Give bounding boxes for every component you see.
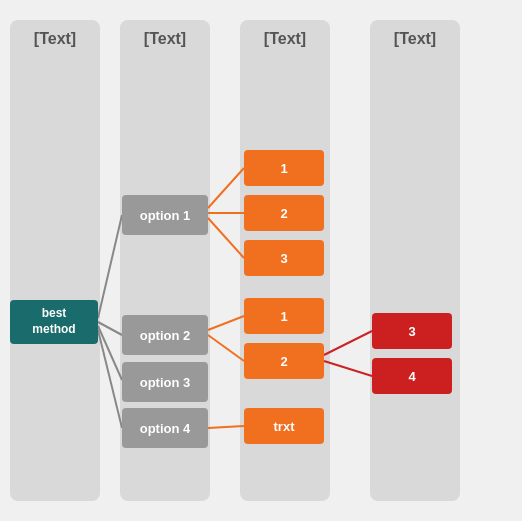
svg-line-1 [98,322,122,335]
svg-line-8 [208,335,244,361]
svg-line-3 [98,330,122,428]
option2-node: option 2 [122,315,208,355]
col-header-1: [Text] [10,30,100,48]
best-method-node: best method [10,300,98,344]
svg-line-2 [98,326,122,380]
r4-node: 4 [372,358,452,394]
option3-node: option 3 [122,362,208,402]
o4-trxt-node: trxt [244,408,324,444]
col-header-2: [Text] [120,30,210,48]
svg-line-4 [208,168,244,208]
svg-line-10 [324,331,372,355]
column-4 [370,20,460,501]
o1-item3-node: 3 [244,240,324,276]
diagram: [Text] [Text] [Text] [Text] best method [0,0,522,521]
o2-item1-node: 1 [244,298,324,334]
option4-node: option 4 [122,408,208,448]
svg-line-9 [208,426,244,428]
column-1 [10,20,100,501]
svg-line-11 [324,361,372,376]
col-header-3: [Text] [240,30,330,48]
o2-item2-node: 2 [244,343,324,379]
svg-line-6 [208,218,244,258]
o1-item2-node: 2 [244,195,324,231]
svg-line-7 [208,316,244,330]
svg-line-0 [98,215,122,318]
r3-node: 3 [372,313,452,349]
o1-item1-node: 1 [244,150,324,186]
col-header-4: [Text] [370,30,460,48]
option1-node: option 1 [122,195,208,235]
